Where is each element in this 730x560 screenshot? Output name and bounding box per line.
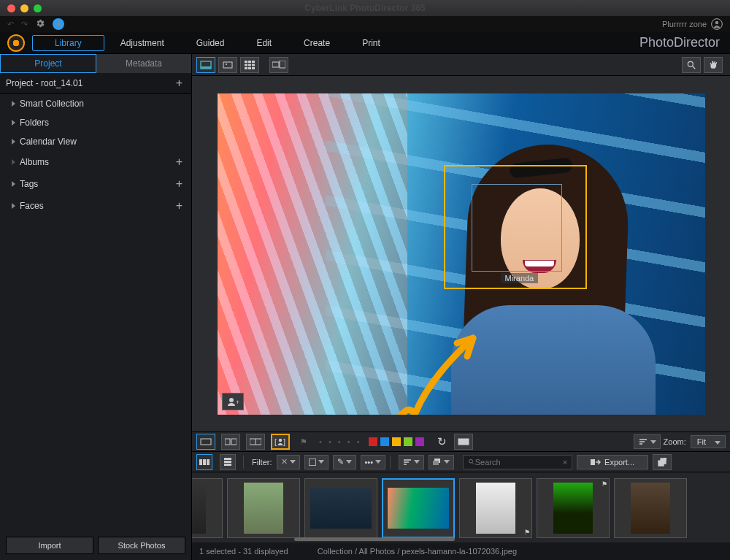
user-account[interactable]: Plurrrrr zone (662, 18, 723, 30)
expand-icon (12, 159, 15, 165)
svg-line-18 (693, 66, 696, 69)
tree-calendar-view[interactable]: Calendar View (0, 132, 191, 151)
filmstrip[interactable]: ⚑ ⚑ (192, 472, 730, 542)
single-view-button[interactable] (218, 57, 237, 73)
zoom-select[interactable]: Fit (691, 435, 726, 448)
thumbnail[interactable]: ⚑ (459, 478, 532, 538)
color-label-red[interactable] (369, 437, 377, 446)
flag-icon[interactable]: ⚑ (296, 437, 312, 447)
svg-rect-46 (591, 459, 595, 465)
filter-flag-button[interactable]: ✕ (277, 455, 300, 469)
filter-toolbar: Filter: ✕ ✎ ••• × Export... (192, 452, 730, 472)
settings-icon[interactable] (35, 18, 45, 30)
side-by-side-button[interactable] (221, 434, 240, 450)
histogram-button[interactable] (454, 434, 473, 450)
tab-edit[interactable]: Edit (240, 34, 288, 52)
rating-dots[interactable]: • • • • • (315, 437, 366, 446)
grid-view-button[interactable] (240, 57, 259, 73)
thumbnail[interactable] (227, 478, 300, 538)
face-name-label[interactable]: Miranda (501, 273, 539, 283)
add-face-button[interactable]: + (173, 199, 185, 212)
filter-label: Filter: (252, 458, 272, 467)
face-tag-mode-button[interactable]: [] (271, 434, 290, 450)
svg-rect-11 (252, 64, 255, 66)
tree-smart-collection[interactable]: Smart Collection (0, 94, 191, 113)
project-tree: Smart Collection Folders Calendar View A… (0, 94, 191, 531)
redo-icon[interactable]: ↷ (21, 20, 28, 29)
svg-rect-13 (248, 67, 251, 69)
zoom-label: Zoom: (664, 437, 686, 446)
expand-icon (12, 181, 15, 187)
filter-edit-button[interactable]: ✎ (333, 455, 356, 469)
sort-order-button[interactable] (399, 455, 424, 469)
tab-create[interactable]: Create (288, 34, 346, 52)
color-label-blue[interactable] (380, 437, 389, 446)
zoom-tool-button[interactable] (682, 57, 701, 73)
svg-rect-9 (245, 64, 247, 66)
rotate-icon[interactable]: ↻ (437, 435, 447, 448)
tree-folders[interactable]: Folders (0, 113, 191, 132)
svg-text:[: [ (274, 437, 277, 446)
stock-photos-button[interactable]: Stock Photos (98, 537, 185, 554)
thumbnail-selected[interactable] (382, 478, 455, 538)
filter-rating-button[interactable]: ••• (361, 455, 386, 469)
svg-rect-6 (245, 61, 247, 63)
svg-point-27 (279, 439, 282, 442)
import-button[interactable]: Import (6, 537, 93, 554)
search-icon (468, 458, 475, 466)
sidetab-metadata[interactable]: Metadata (96, 54, 191, 73)
add-tag-button[interactable]: + (173, 177, 185, 191)
breadcrumb: Collection / All Photos / pexels-hamann-… (318, 547, 517, 556)
svg-rect-15 (272, 62, 279, 67)
tab-library[interactable]: Library (32, 35, 104, 51)
status-bar: 1 selected - 31 displayed Collection / A… (192, 542, 730, 560)
svg-rect-33 (199, 459, 202, 465)
color-label-yellow[interactable] (392, 437, 401, 446)
add-album-button[interactable]: + (173, 156, 185, 169)
single-pane-button[interactable] (196, 434, 215, 450)
undo-icon[interactable]: ↶ (7, 20, 14, 29)
tab-guided[interactable]: Guided (180, 34, 241, 52)
filmstrip-scrollbar[interactable] (192, 537, 730, 542)
svg-rect-22 (225, 439, 230, 445)
flag-icon: ⚑ (524, 529, 530, 536)
tree-albums[interactable]: Albums + (0, 151, 191, 173)
project-name: Project - root_14.01 (6, 78, 82, 88)
tab-print[interactable]: Print (346, 34, 396, 52)
svg-rect-10 (248, 64, 251, 66)
notifications-icon[interactable] (53, 18, 64, 30)
add-project-button[interactable]: + (173, 77, 185, 90)
face-detection-inner-box[interactable] (472, 184, 562, 272)
color-label-green[interactable] (404, 437, 412, 446)
split-view-button[interactable] (246, 434, 265, 450)
secondary-monitor-button[interactable] (269, 57, 288, 73)
filmstrip-horizontal-button[interactable] (196, 454, 212, 470)
sort-button[interactable] (634, 434, 661, 449)
share-button[interactable] (653, 454, 672, 470)
pan-tool-button[interactable] (704, 57, 723, 73)
macos-titlebar: CyberLink PhotoDirector 365 (0, 0, 730, 16)
sidebar: Project Metadata Project - root_14.01 + … (0, 54, 192, 560)
stack-button[interactable] (429, 455, 454, 469)
tree-tags[interactable]: Tags + (0, 173, 191, 195)
tab-adjustment[interactable]: Adjustment (104, 34, 180, 52)
filter-label-button[interactable] (304, 455, 328, 469)
thumbnail[interactable] (304, 478, 377, 538)
thumbnail[interactable]: ⚑ (537, 478, 610, 538)
svg-rect-16 (280, 61, 285, 68)
viewer-only-button[interactable] (196, 57, 215, 73)
thumbnail[interactable] (192, 478, 223, 538)
clear-search-icon[interactable]: × (563, 458, 567, 467)
export-button[interactable]: Export... (577, 455, 648, 469)
tree-faces[interactable]: Faces + (0, 195, 191, 217)
filmstrip-vertical-button[interactable] (220, 454, 236, 470)
tag-face-button[interactable]: + (222, 393, 244, 410)
project-header: Project - root_14.01 + (0, 73, 191, 94)
sidetab-project[interactable]: Project (0, 54, 96, 73)
search-box[interactable]: × (463, 455, 572, 469)
thumbnail[interactable] (614, 478, 687, 538)
search-input[interactable] (475, 458, 563, 467)
svg-point-5 (226, 64, 227, 65)
image-viewer[interactable]: Miranda + (192, 76, 730, 431)
color-label-purple[interactable] (415, 437, 424, 446)
